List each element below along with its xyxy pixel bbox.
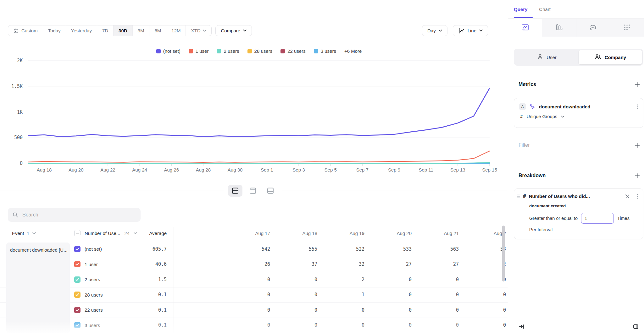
row-value: 27 xyxy=(378,261,425,267)
breakdown-menu-icon[interactable] xyxy=(637,194,638,199)
row-value: 0 xyxy=(331,322,378,328)
layout-split-button[interactable] xyxy=(228,185,242,197)
row-value: 533 xyxy=(378,246,425,252)
table-row: 1 user40.626373227272 xyxy=(0,257,508,272)
row-checkbox[interactable] xyxy=(74,276,80,283)
tab-chart[interactable]: Chart xyxy=(539,7,551,12)
drag-handle-icon[interactable] xyxy=(517,194,520,199)
date-column-header[interactable]: Aug 18 xyxy=(284,231,331,236)
chart-type-selector xyxy=(508,19,644,37)
hash-icon: # xyxy=(520,114,523,119)
row-value: 0 xyxy=(425,322,473,328)
row-checkbox[interactable] xyxy=(74,322,80,328)
layout-chart-only-button[interactable] xyxy=(246,185,260,197)
table-row: 2 users1.5002000 xyxy=(0,272,508,287)
x-axis-label: Sep 1 xyxy=(261,167,273,172)
date-column-header[interactable]: Aug 20 xyxy=(378,231,425,236)
row-value: 26 xyxy=(174,261,284,267)
group-count: 24 xyxy=(124,231,130,236)
row-value: 0 xyxy=(174,292,284,298)
row-label: 3 users xyxy=(85,323,100,328)
row-average: 40.6 xyxy=(148,261,174,267)
series-line-(not set) xyxy=(28,88,490,136)
row-average: 0.1 xyxy=(148,292,174,298)
row-value: 0 xyxy=(378,307,425,313)
breakdown-per-label: Per Interval xyxy=(529,227,638,232)
row-value: 37 xyxy=(284,261,331,267)
table-body: (not set)605.7542555522533563531 user40.… xyxy=(0,242,508,333)
measure-label: Unique Groups xyxy=(526,114,557,119)
row-value: 27 xyxy=(425,261,473,267)
chart-type-line-button[interactable] xyxy=(508,19,542,37)
scope-toggle: User Company xyxy=(514,49,643,66)
table-scrollbar[interactable] xyxy=(502,226,505,281)
metric-menu-icon[interactable] xyxy=(637,104,638,109)
row-value: 0 xyxy=(425,307,473,313)
x-axis-label: Aug 24 xyxy=(132,167,147,172)
scope-user-option[interactable]: User xyxy=(515,50,579,64)
add-metric-button[interactable] xyxy=(635,82,640,87)
row-label: 22 users xyxy=(85,307,103,313)
table-row: (not set)605.754255552253356353 xyxy=(0,242,508,257)
row-value: 0 xyxy=(284,307,331,313)
search-box xyxy=(8,208,141,222)
panel-footer xyxy=(508,320,644,333)
table-row: 22 users0.1000000 xyxy=(0,303,508,318)
row-value: 0 xyxy=(378,292,425,298)
tab-query[interactable]: Query xyxy=(514,7,527,12)
add-filter-button[interactable] xyxy=(635,143,640,148)
row-value: 555 xyxy=(284,246,331,252)
metric-event-name[interactable]: document downloaded xyxy=(539,104,590,109)
group-column-label[interactable]: Number of Use... xyxy=(85,231,120,236)
search-icon xyxy=(13,212,18,218)
row-checkbox[interactable] xyxy=(74,261,80,267)
chevron-down-icon xyxy=(134,232,137,234)
search-input[interactable] xyxy=(22,212,136,218)
panel-layout-icon[interactable] xyxy=(633,324,639,330)
average-column-header[interactable]: Average xyxy=(148,231,174,236)
collapse-panel-icon[interactable] xyxy=(519,324,525,330)
row-value: 0 xyxy=(284,292,331,298)
row-label: 1 user xyxy=(85,262,98,267)
table-row: 3 users0.1000000 xyxy=(0,318,508,333)
chart-type-bar-button[interactable] xyxy=(542,19,576,37)
measure-dropdown[interactable]: # Unique Groups xyxy=(519,114,638,119)
scope-company-option[interactable]: Company xyxy=(579,50,642,64)
row-checkbox[interactable] xyxy=(74,246,80,252)
chart-type-flow-button[interactable] xyxy=(576,19,610,37)
breakdown-title: Breakdown xyxy=(519,173,546,178)
breakdown-card: # Number of Users who did... document cr… xyxy=(514,188,643,239)
row-value: 563 xyxy=(425,246,473,252)
row-average: 0.1 xyxy=(148,322,174,328)
row-checkbox[interactable] xyxy=(74,292,80,298)
add-breakdown-button[interactable] xyxy=(635,173,640,178)
x-axis-label: Sep 9 xyxy=(388,167,400,172)
breakdown-event[interactable]: document created xyxy=(529,204,638,208)
breakdown-value-input[interactable] xyxy=(581,213,614,224)
chart-type-more-button[interactable] xyxy=(610,19,644,37)
x-axis-label: Sep 15 xyxy=(482,167,497,172)
x-axis-label: Aug 22 xyxy=(100,167,115,172)
active-tab-indicator xyxy=(514,17,533,18)
row-value: 0 xyxy=(473,307,508,313)
filter-title: Filter xyxy=(519,142,530,148)
company-icon xyxy=(595,54,601,61)
x-axis-label: Sep 5 xyxy=(325,167,337,172)
row-value: 0 xyxy=(425,292,473,298)
row-average: 1.5 xyxy=(148,277,174,282)
y-axis-label: 500 xyxy=(14,135,23,140)
row-checkbox[interactable] xyxy=(74,307,80,313)
close-icon[interactable] xyxy=(625,194,630,199)
breakdown-property[interactable]: Number of Users who did... xyxy=(529,194,590,199)
date-column-header[interactable]: Aug 19 xyxy=(331,231,378,236)
column-divider xyxy=(174,227,174,333)
event-name-cell[interactable]: document downloaded [U... xyxy=(6,243,70,333)
date-column-header[interactable]: Aug 21 xyxy=(425,231,473,236)
y-axis-label: 2K xyxy=(17,58,23,63)
breakdown-condition-label[interactable]: Greater than or equal to xyxy=(529,216,578,221)
layout-table-only-button[interactable] xyxy=(263,185,278,197)
y-axis-label: 1K xyxy=(17,109,23,115)
select-all-checkbox[interactable] xyxy=(74,230,80,236)
main-area: CustomTodayYesterday7D30D3M6M12MXTD Comp… xyxy=(0,0,508,333)
date-column-header[interactable]: Aug 17 xyxy=(174,231,284,236)
